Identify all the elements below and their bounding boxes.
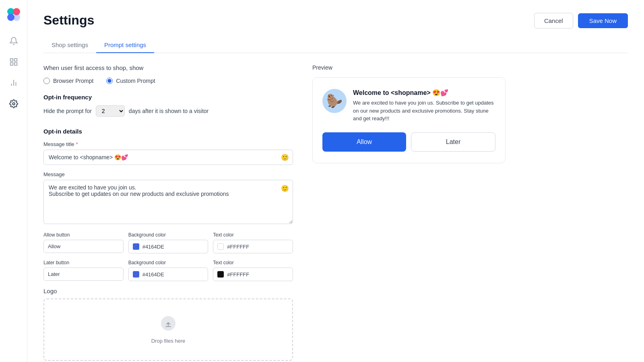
allow-text-color-value: #FFFFFF <box>227 244 249 250</box>
preview-label: Preview <box>312 64 628 71</box>
allow-text-color-swatch <box>217 243 224 250</box>
message-input[interactable]: We are excited to have you join us. Subs… <box>43 180 293 224</box>
frequency-prefix: Hide the prompt for <box>43 108 92 114</box>
preview-buttons: Allow Later <box>322 132 495 152</box>
browser-prompt-radio[interactable] <box>43 78 50 84</box>
later-button-label: Later button <box>43 260 124 265</box>
svg-rect-4 <box>10 59 12 61</box>
allow-button-row: Allow button Background color #4164DE Te… <box>43 232 293 253</box>
logo-label: Logo <box>43 288 293 294</box>
page-wrapper: Cancel Save Now Settings Shop settings P… <box>27 0 644 362</box>
allow-bg-color-label: Background color <box>128 232 208 238</box>
allow-text-color-field: Text color #FFFFFF <box>213 232 293 253</box>
preview-section: Preview 🦫 Welcome to <shopname> 😍💕 We ar… <box>312 64 628 362</box>
allow-button-field: Allow button <box>43 232 124 253</box>
frequency-select[interactable]: 1 2 3 5 7 14 30 <box>96 105 125 117</box>
custom-prompt-label: Custom Prompt <box>116 78 155 84</box>
frequency-suffix: days after it is shown to a visitor <box>129 108 208 114</box>
allow-bg-color-input[interactable]: #4164DE <box>128 240 208 253</box>
frequency-row: Hide the prompt for 1 2 3 5 7 14 30 days… <box>43 105 293 117</box>
preview-allow-button[interactable]: Allow <box>322 132 406 152</box>
later-text-color-field: Text color #FFFFFF <box>213 260 293 281</box>
show-section-title: When user first access to shop, show <box>43 64 293 71</box>
app-logo[interactable] <box>6 6 22 23</box>
svg-point-3 <box>13 14 20 21</box>
preview-card: 🦫 Welcome to <shopname> 😍💕 We are excite… <box>312 77 506 163</box>
content-layout: When user first access to shop, show Bro… <box>43 64 628 362</box>
later-bg-color-input[interactable]: #4164DE <box>128 267 208 281</box>
header-actions: Cancel Save Now <box>534 13 628 29</box>
content-left: When user first access to shop, show Bro… <box>43 64 293 362</box>
cancel-button[interactable]: Cancel <box>534 13 573 29</box>
tab-prompt-settings[interactable]: Prompt settings <box>96 37 154 53</box>
tabs: Shop settings Prompt settings <box>43 37 628 53</box>
later-button-field: Later button <box>43 260 124 281</box>
sidebar-item-settings[interactable] <box>5 95 23 113</box>
frequency-section: Opt-in frequency Hide the prompt for 1 2… <box>43 94 293 117</box>
message-label: Message <box>43 171 293 177</box>
optin-section: Opt-in details Message title * 🙂 Message… <box>43 128 293 361</box>
later-bg-color-swatch <box>133 271 139 278</box>
custom-prompt-option[interactable]: Custom Prompt <box>106 78 155 84</box>
frequency-title: Opt-in frequency <box>43 94 293 101</box>
message-emoji-button[interactable]: 🙂 <box>281 185 289 192</box>
upload-icon <box>160 315 176 335</box>
browser-prompt-option[interactable]: Browser Prompt <box>43 78 93 84</box>
message-title-emoji-button[interactable]: 🙂 <box>281 154 289 161</box>
preview-shop-title: Welcome to <shopname> 😍💕 <box>353 89 495 97</box>
tab-shop-settings[interactable]: Shop settings <box>43 37 96 53</box>
sidebar <box>0 0 27 362</box>
allow-bg-color-swatch <box>133 243 139 250</box>
save-button[interactable]: Save Now <box>578 13 628 28</box>
logo-upload-area[interactable]: Drop files here <box>43 298 293 361</box>
custom-prompt-radio[interactable] <box>106 78 113 84</box>
preview-text-block: Welcome to <shopname> 😍💕 We are excited … <box>353 89 495 123</box>
allow-bg-color-field: Background color #4164DE <box>128 232 208 253</box>
message-title-input[interactable] <box>43 150 293 165</box>
preview-message: We are excited to have you join us. Subs… <box>353 99 495 123</box>
optin-title: Opt-in details <box>43 128 293 135</box>
allow-text-color-label: Text color <box>213 232 293 238</box>
later-text-color-value: #FFFFFF <box>227 272 249 278</box>
sidebar-item-analytics[interactable] <box>5 74 23 92</box>
message-title-wrapper: 🙂 <box>43 150 293 165</box>
allow-button-label: Allow button <box>43 232 124 238</box>
preview-header: 🦫 Welcome to <shopname> 😍💕 We are excite… <box>322 89 495 123</box>
required-star: * <box>76 141 78 147</box>
later-text-color-input[interactable]: #FFFFFF <box>213 267 293 281</box>
preview-later-button[interactable]: Later <box>411 132 495 152</box>
upload-text: Drop files here <box>151 338 186 344</box>
logo-section: Logo Drop files here <box>43 288 293 361</box>
sidebar-item-dashboard[interactable] <box>5 53 23 71</box>
later-text-color-swatch <box>217 271 224 278</box>
message-wrapper: We are excited to have you join us. Subs… <box>43 180 293 226</box>
allow-bg-color-value: #4164DE <box>142 244 164 250</box>
svg-rect-6 <box>10 63 12 65</box>
preview-avatar: 🦫 <box>322 89 347 113</box>
message-title-label: Message title * <box>43 141 293 147</box>
svg-rect-5 <box>14 59 17 61</box>
later-text-color-label: Text color <box>213 260 293 265</box>
allow-button-input[interactable] <box>43 240 124 253</box>
later-button-input[interactable] <box>43 267 124 281</box>
sidebar-item-notifications[interactable] <box>5 32 23 50</box>
browser-prompt-label: Browser Prompt <box>53 78 93 84</box>
later-button-row: Later button Background color #4164DE Te… <box>43 260 293 281</box>
later-bg-color-label: Background color <box>128 260 208 265</box>
later-bg-color-field: Background color #4164DE <box>128 260 208 281</box>
svg-point-11 <box>12 103 15 105</box>
svg-rect-7 <box>14 63 17 65</box>
later-bg-color-value: #4164DE <box>142 272 164 278</box>
allow-text-color-input[interactable]: #FFFFFF <box>213 240 293 253</box>
prompt-type-radio-group: Browser Prompt Custom Prompt <box>43 78 293 84</box>
